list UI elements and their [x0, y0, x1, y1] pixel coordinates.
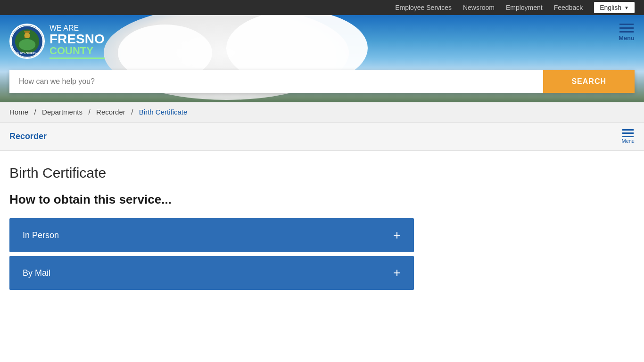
newsroom-link[interactable]: Newsroom [463, 4, 495, 11]
sub-nav-menu-button[interactable]: Menu [621, 129, 635, 144]
accordion-by-mail-expand-icon: + [393, 266, 401, 280]
main-content: Birth Certificate How to obtain this ser… [0, 151, 644, 330]
search-section: SEARCH [0, 70, 644, 93]
search-input[interactable] [9, 70, 543, 93]
language-label: English [600, 4, 621, 11]
breadcrumb-recorder[interactable]: Recorder [96, 108, 125, 116]
breadcrumb-current: Birth Certificate [139, 108, 188, 116]
svg-text:COUNTY OF FRESNO: COUNTY OF FRESNO [15, 52, 39, 54]
logo-we-are: WE ARE [50, 24, 105, 33]
sub-nav-title[interactable]: Recorder [9, 132, 47, 141]
section-heading: How to obtain this service... [9, 192, 635, 207]
accordion-in-person-expand-icon: + [393, 229, 401, 242]
breadcrumb-home[interactable]: Home [9, 108, 28, 116]
breadcrumb-separator: / [131, 108, 133, 116]
search-button[interactable]: SEARCH [543, 70, 635, 93]
svg-point-2 [19, 39, 35, 50]
accordion-in-person[interactable]: In Person + [9, 218, 414, 252]
header-hero: COUNTY OF FRESNO WE ARE FRESNO COUNTY Me… [0, 15, 644, 102]
feedback-link[interactable]: Feedback [554, 4, 583, 11]
accordion-by-mail[interactable]: By Mail + [9, 256, 414, 290]
sub-menu-icon [622, 129, 634, 137]
hamburger-icon [619, 24, 634, 33]
employee-services-link[interactable]: Employee Services [395, 4, 452, 11]
logo-text: WE ARE FRESNO COUNTY [50, 24, 105, 59]
svg-point-5 [25, 33, 30, 38]
site-logo[interactable]: COUNTY OF FRESNO WE ARE FRESNO COUNTY [9, 24, 105, 59]
sub-menu-label: Menu [621, 138, 635, 144]
search-container: SEARCH [9, 70, 635, 93]
county-seal: COUNTY OF FRESNO [9, 24, 45, 59]
employment-link[interactable]: Employment [506, 4, 543, 11]
breadcrumb-departments[interactable]: Departments [42, 108, 83, 116]
menu-label: Menu [619, 34, 635, 41]
logo-fresno: FRESNO [50, 33, 105, 46]
accordion-in-person-label: In Person [23, 230, 59, 240]
chevron-down-icon: ▼ [624, 5, 629, 10]
page-title: Birth Certificate [9, 165, 635, 181]
main-menu-button[interactable]: Menu [619, 24, 635, 41]
language-selector[interactable]: English ▼ [594, 2, 635, 13]
breadcrumb: Home / Departments / Recorder / Birth Ce… [0, 102, 644, 123]
breadcrumb-separator: / [34, 108, 36, 116]
logo-underline [50, 58, 105, 59]
sub-navigation-bar: Recorder Menu [0, 123, 644, 151]
top-utility-bar: Employee Services Newsroom Employment Fe… [0, 0, 644, 15]
accordion-by-mail-label: By Mail [23, 268, 50, 278]
logo-county: COUNTY [50, 46, 105, 56]
breadcrumb-separator: / [88, 108, 90, 116]
